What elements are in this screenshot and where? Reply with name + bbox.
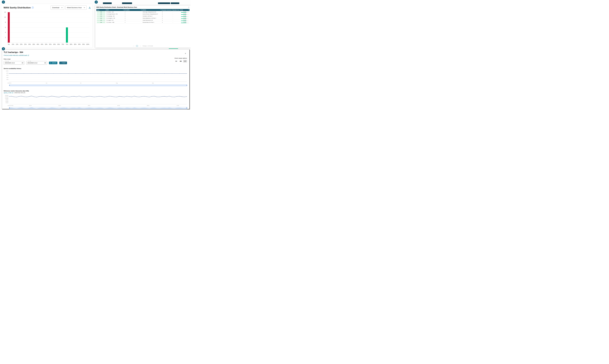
svg-text:04:00: 04:00 [117, 105, 120, 106]
svg-text:3 Mb/s: 3 Mb/s [5, 102, 8, 103]
sanity-bar-track [181, 12, 189, 13]
table-row[interactable]: OKTLC chinnici - 14882Rotonda Marta, 541… [96, 21, 189, 23]
sanity-value: 71.26% [183, 13, 186, 14]
export-download-button[interactable] [88, 6, 91, 9]
filter-icon[interactable] [160, 10, 161, 11]
brush-handle-right[interactable] [187, 107, 187, 109]
period-dropdown[interactable]: Week Business Hour [65, 5, 87, 10]
zoom-3m-button[interactable]: 3M [174, 60, 178, 63]
calendar-icon[interactable] [22, 62, 23, 64]
cell-saturation_occurences: 0 [162, 19, 172, 21]
download-dropdown[interactable]: Download [51, 5, 64, 10]
cell-saturation_occurences: 0 [162, 21, 172, 23]
bar-5%[interactable] [8, 12, 10, 43]
availability-section-title: Service availability history [4, 68, 188, 69]
download-icon [89, 6, 91, 9]
svg-text:18 Mb/s: 18 Mb/s [5, 95, 8, 96]
svg-text:29/10: 29/10 [88, 105, 90, 106]
pagination-first-button[interactable]: « [133, 45, 134, 47]
column-header-name[interactable]: Name↑ [106, 9, 124, 11]
cell-name: TLC benigni-faranda - 1796 [106, 13, 124, 15]
svg-text:9 Mb/s: 9 Mb/s [5, 99, 8, 100]
cell-saturation_time: - [172, 19, 180, 21]
column-header-address[interactable]: Address [142, 9, 162, 11]
cell-saturation_occurences: 0 [162, 13, 172, 15]
sanity-value: 71.29% [183, 17, 186, 18]
end-date-field[interactable]: End date 29/10/2025 13:12 [26, 61, 47, 65]
close-icon[interactable]: × [184, 52, 187, 55]
bar-75%[interactable] [66, 27, 68, 43]
download-dropdown-value: Download [52, 7, 59, 9]
pagination-prev-button[interactable]: ‹ [135, 45, 135, 47]
data-range-label: Data range [4, 58, 188, 60]
sanity-bar-track [181, 14, 189, 15]
svg-text:45%: 45% [41, 44, 43, 45]
sanity-bar-fill [181, 18, 186, 19]
sanity-bar-fill [181, 12, 186, 13]
sanity-indicator: 71.31% [180, 20, 189, 21]
svg-text:12 Mb/s: 12 Mb/s [5, 98, 8, 99]
brush-handle-left[interactable] [9, 85, 10, 86]
zoom-6m-button[interactable]: 6M [179, 60, 183, 63]
cell-saturation_time: - [172, 15, 180, 17]
metric-brush[interactable] [9, 107, 187, 109]
annotation-badge-2: 2 [95, 0, 98, 4]
metric-link[interactable]: speed_in 580 [4, 92, 13, 93]
update-button[interactable]: UPDATE [49, 62, 57, 64]
cell-name: TLC chinnici - 1488 [106, 21, 124, 23]
filter-icon[interactable] [123, 10, 124, 11]
table-row[interactable]: OKTLC bonigiorno - 2562Piazza Abatantuon… [96, 17, 189, 19]
filter-icon[interactable] [141, 10, 142, 11]
badge-number: 2 [96, 1, 97, 3]
cell-description: 2 [124, 21, 142, 23]
cell-status: OK [96, 21, 106, 23]
status-badge: OK [97, 22, 105, 23]
cell-sanity: 71.33% [180, 21, 189, 23]
sanity-indicator: 71.29% [180, 15, 189, 17]
help-icon[interactable]: ? [32, 7, 34, 9]
annotation-badge-1: 1 [2, 0, 5, 4]
device-title: TLC barbarigo - 564 [4, 51, 188, 53]
cell-name: TLC bonigiorno - 256 [106, 17, 124, 19]
brush-handle-right[interactable] [187, 85, 187, 86]
pagination-next-button[interactable]: › [139, 45, 139, 47]
cell-address: Piazza Abatantuono, 109 Piano 7 [142, 17, 162, 19]
external-link-icon [12, 92, 13, 93]
pagination-current-page[interactable]: 1 [136, 45, 138, 47]
svg-text:25%: 25% [24, 44, 27, 45]
svg-text:35%: 35% [32, 44, 35, 45]
sanity-bar-track [181, 16, 189, 17]
reset-button[interactable]: RESET [59, 62, 67, 64]
table-row[interactable]: OKTLC argenti - 8722Canale Mazzacurati, … [96, 19, 189, 21]
sanity-bar-fill [181, 23, 186, 23]
pagination: « ‹ 1 › » Showing 1 - 6 of 6 results [95, 45, 191, 47]
brush-handle-left[interactable] [9, 107, 10, 109]
dashboard-stage: 1 2 3 WAN Sanity Distribution ? Download… [0, 0, 191, 110]
zoom-1y-button[interactable]: 1Y [183, 60, 187, 63]
svg-text:20%: 20% [20, 44, 22, 45]
filter-icon[interactable] [188, 10, 189, 11]
column-header-saturation-occurences: Saturation Occurences [162, 9, 172, 11]
svg-text:60%: 60% [53, 44, 56, 45]
calendar-icon[interactable] [44, 62, 46, 64]
table-row[interactable]: OKTLC benigni-faranda - 17962Incrocio Ro… [96, 13, 189, 15]
table-row[interactable]: OKTLC dibiasi - 11802Vicolo Ioppi, 83 Ap… [96, 11, 189, 13]
svg-text:15%: 15% [16, 44, 18, 45]
sanity-bar-fill [181, 21, 186, 21]
cell-saturation_time: - [172, 21, 180, 23]
close-icon[interactable]: × [188, 6, 189, 8]
start-date-field[interactable]: Start date 29/04/2025 13:12 [4, 61, 24, 65]
column-header-sanity[interactable]: Sanity [180, 9, 189, 11]
table-row[interactable]: OKTLC barbarigo - 5642Via Adamo, 493 Pia… [96, 15, 189, 17]
sort-icon[interactable]: ↑ [109, 10, 109, 10]
column-header-description[interactable]: Description [124, 9, 142, 11]
sanity-bar-track [181, 18, 189, 19]
sanity-value: 71.29% [183, 15, 186, 16]
svg-text:40%: 40% [37, 44, 39, 45]
svg-text:50%: 50% [45, 44, 47, 45]
metric-timeseries-chart: 18 Mb/s15 Mb/s12 Mb/s9 Mb/s6 Mb/s3 Mb/s1… [4, 94, 188, 107]
status-badge: OK [97, 15, 105, 17]
pagination-last-button[interactable]: » [140, 45, 141, 47]
device-uuid-link[interactable]: f74414c3-e6d0-449d-8c0c-a55f2851dad5 [4, 55, 29, 56]
availability-brush[interactable] [9, 84, 187, 86]
